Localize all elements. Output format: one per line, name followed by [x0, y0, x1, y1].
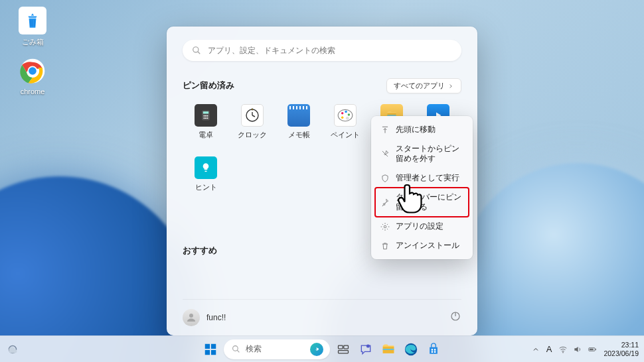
paint-icon — [334, 104, 357, 127]
svg-point-19 — [341, 112, 343, 114]
app-paint[interactable]: ペイント — [322, 104, 368, 145]
svg-point-3 — [193, 47, 199, 52]
system-tray: A 23:11 2023/06/19 — [532, 341, 639, 357]
power-icon — [449, 310, 461, 322]
svg-rect-42 — [432, 349, 434, 351]
calculator-icon — [195, 104, 217, 127]
start-button[interactable] — [201, 340, 220, 359]
context-uninstall[interactable]: アンインストール — [375, 236, 469, 255]
svg-point-2 — [29, 67, 37, 75]
pin-icon — [380, 198, 390, 207]
svg-rect-36 — [339, 345, 343, 349]
svg-point-34 — [233, 346, 238, 351]
taskbar: 検索 A 23:11 2023/06/19 — [0, 335, 644, 362]
taskbar-chat-button[interactable] — [357, 340, 375, 359]
svg-rect-49 — [590, 348, 594, 349]
svg-rect-44 — [432, 351, 434, 353]
svg-point-11 — [205, 117, 206, 119]
tray-chevron-up-icon[interactable] — [532, 345, 540, 353]
svg-rect-37 — [344, 345, 349, 349]
svg-rect-6 — [203, 111, 208, 113]
svg-point-39 — [366, 344, 370, 347]
chrome-label: chrome — [21, 88, 45, 95]
svg-rect-45 — [434, 351, 436, 353]
all-apps-button[interactable]: すべてのアプリ — [386, 78, 461, 93]
taskbar-explorer-button[interactable] — [379, 340, 398, 359]
search-icon — [232, 345, 240, 353]
volume-icon[interactable] — [573, 345, 582, 354]
app-context-menu: 先頭に移動 スタートからピン留めを外す 管理者として実行 タスク バーにピン留め… — [371, 116, 473, 259]
power-button[interactable] — [449, 310, 461, 325]
context-app-settings[interactable]: アプリの設定 — [375, 217, 469, 236]
store-icon — [427, 343, 440, 356]
svg-point-12 — [207, 117, 208, 119]
app-notepad[interactable]: メモ帳 — [276, 104, 322, 145]
gear-icon — [380, 222, 390, 231]
taskbar-weather-widget[interactable] — [5, 342, 20, 357]
app-clock[interactable]: クロック — [229, 104, 276, 145]
tips-icon — [195, 156, 217, 179]
trash-icon — [380, 241, 390, 251]
notepad-icon — [287, 104, 310, 127]
svg-point-25 — [189, 314, 193, 318]
svg-point-46 — [563, 351, 564, 353]
svg-point-21 — [348, 113, 350, 115]
svg-point-8 — [205, 115, 206, 117]
svg-rect-33 — [211, 349, 216, 354]
user-name-label: func!! — [206, 313, 226, 322]
start-search-box[interactable]: アプリ、設定、ドキュメントの検索 — [183, 40, 461, 61]
context-unpin-from-start[interactable]: スタートからピン留めを外す — [375, 139, 469, 168]
move-top-icon — [380, 125, 390, 135]
taskbar-store-button[interactable] — [424, 340, 443, 359]
wifi-icon[interactable] — [558, 345, 568, 354]
pinned-header: ピン留め済み — [183, 80, 234, 91]
context-move-to-top[interactable]: 先頭に移動 — [375, 120, 469, 139]
ime-indicator[interactable]: A — [546, 344, 552, 354]
svg-rect-31 — [211, 343, 216, 348]
svg-point-20 — [345, 111, 347, 113]
search-icon — [192, 46, 201, 55]
recycle-bin-icon — [19, 7, 46, 34]
svg-point-23 — [346, 117, 349, 120]
shield-icon — [380, 174, 390, 183]
windows-icon — [203, 342, 218, 357]
svg-line-35 — [237, 350, 239, 352]
battery-icon[interactable] — [588, 345, 597, 354]
svg-point-22 — [341, 117, 343, 119]
taskbar-clock[interactable]: 23:11 2023/06/19 — [604, 341, 639, 357]
svg-point-9 — [207, 115, 208, 117]
task-view-button[interactable] — [334, 340, 353, 359]
chat-icon — [359, 343, 372, 356]
svg-rect-48 — [596, 348, 596, 349]
taskbar-edge-button[interactable] — [402, 340, 420, 359]
context-pin-to-taskbar[interactable]: タスク バーにピン留めする — [375, 188, 469, 217]
taskbar-search-box[interactable]: 検索 — [224, 339, 330, 359]
clock-icon — [241, 104, 264, 127]
explorer-icon — [381, 343, 396, 356]
svg-point-28 — [384, 225, 386, 228]
app-calculator[interactable]: 電卓 — [183, 104, 229, 145]
chrome-icon — [19, 57, 46, 85]
bing-chat-icon[interactable] — [310, 343, 323, 356]
recycle-bin-label: ごみ箱 — [22, 37, 44, 47]
weather-icon — [5, 342, 20, 357]
user-account-button[interactable]: func!! — [183, 309, 226, 326]
edge-icon — [404, 342, 418, 357]
chrome-desktop-icon[interactable]: chrome — [9, 57, 56, 95]
recommended-header: おすすめ — [183, 245, 217, 257]
svg-point-10 — [204, 117, 205, 119]
unpin-icon — [380, 149, 390, 158]
svg-rect-32 — [205, 349, 210, 354]
recycle-bin-desktop-icon[interactable]: ごみ箱 — [9, 7, 56, 47]
task-view-icon — [337, 343, 350, 356]
app-tips[interactable]: ヒント — [183, 156, 229, 197]
svg-rect-43 — [434, 349, 436, 351]
svg-rect-38 — [339, 350, 349, 353]
user-avatar-icon — [183, 309, 200, 326]
svg-point-7 — [204, 115, 205, 117]
chevron-right-icon — [447, 83, 454, 90]
svg-rect-30 — [205, 343, 210, 348]
svg-point-17 — [252, 109, 252, 109]
svg-rect-40 — [383, 349, 394, 350]
context-run-as-admin[interactable]: 管理者として実行 — [375, 168, 469, 188]
